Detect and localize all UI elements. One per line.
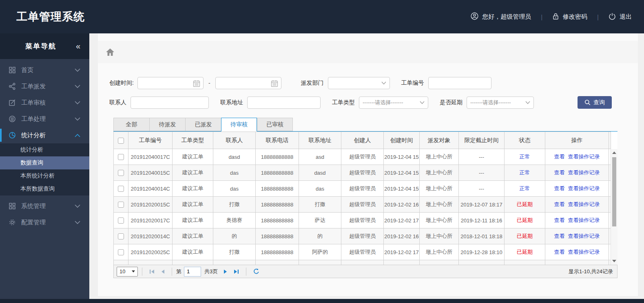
action-link[interactable]: 查看操作记录: [568, 185, 600, 191]
first-page-button[interactable]: [149, 269, 155, 274]
row-checkbox[interactable]: [118, 249, 124, 255]
action-link[interactable]: 查看: [554, 185, 565, 191]
page-size-value: 10: [120, 268, 125, 274]
contact-label: 联系人: [109, 99, 126, 106]
tab-pending-review[interactable]: 待审核: [221, 118, 257, 132]
calendar-icon[interactable]: [193, 80, 200, 87]
search-button[interactable]: 查询: [578, 96, 612, 109]
tab-reviewed[interactable]: 已审核: [257, 118, 293, 131]
order-type-select[interactable]: -------请选择-------: [359, 97, 428, 109]
sidebar-item-home[interactable]: 首页: [0, 62, 89, 78]
table-row: 201912020014C建议工单的18888888888的超级管理员2019-…: [114, 228, 611, 244]
select-all-checkbox[interactable]: [118, 138, 124, 144]
table-row: [114, 260, 611, 265]
cell-contact: 打撒: [213, 244, 256, 260]
action-link[interactable]: 查看操作记录: [568, 201, 600, 207]
action-link[interactable]: 查看: [554, 201, 565, 207]
sidebar-item-process[interactable]: 工单处理: [0, 111, 89, 127]
status-badge: 正常: [520, 154, 530, 160]
cell-order_no: [128, 260, 173, 265]
page-size-select[interactable]: 10: [117, 267, 138, 277]
submenu-item-local-data-query[interactable]: 本所数据查询: [0, 182, 89, 195]
cell-order_type: 建议工单: [173, 149, 213, 165]
table-row: 201912040015C建议工单das18888888888dasd超级管理员…: [114, 165, 611, 181]
row-checkbox[interactable]: [118, 217, 124, 224]
action-link[interactable]: 查看: [554, 169, 565, 176]
cell-phone: 18888888888: [256, 149, 299, 165]
submenu-item-local-statistics[interactable]: 本所统计分析: [0, 169, 89, 182]
app-title: 工单管理系统: [16, 9, 85, 24]
cell-order_no: 201912020025C: [128, 244, 173, 260]
action-link[interactable]: 查看操作记录: [568, 217, 600, 223]
row-checkbox[interactable]: [118, 154, 124, 160]
scrollbar-thumb[interactable]: [612, 157, 616, 226]
row-checkbox[interactable]: [118, 202, 124, 208]
cell-created: 2019-12-04 15: [384, 181, 420, 197]
row-checkbox[interactable]: [118, 233, 124, 239]
cell-actions: 查看查看操作记录: [545, 197, 609, 213]
logout-button[interactable]: 退出: [609, 13, 632, 21]
filter-row-1: 创建时间: - 派发部门 工单编号: [109, 77, 638, 89]
cell-order_type: 建议工单: [173, 228, 213, 244]
table-scrollbar[interactable]: [611, 149, 617, 265]
page-number-input[interactable]: [184, 267, 201, 277]
tab-dispatched[interactable]: 已派发: [185, 118, 221, 131]
sidebar-item-dispatch[interactable]: 工单派发: [0, 78, 89, 94]
pagination-bar: 10 第 共3页 显示1-10,共24记录: [113, 265, 617, 278]
action-link[interactable]: 查看操作记录: [568, 169, 600, 176]
action-link[interactable]: 查看: [554, 249, 565, 255]
next-page-button[interactable]: [224, 269, 228, 274]
chevron-down-icon: [75, 66, 80, 74]
tab-all[interactable]: 全部: [113, 118, 149, 131]
row-checkbox[interactable]: [118, 170, 124, 176]
row-checkbox[interactable]: [118, 186, 124, 192]
sidebar-item-statistics[interactable]: 统计分析: [0, 127, 89, 143]
cell-phone: 18888888888: [256, 197, 299, 213]
prev-page-button[interactable]: [161, 269, 165, 274]
scroll-down-icon[interactable]: [612, 260, 616, 262]
dispatch-dept-select[interactable]: [328, 77, 390, 89]
scroll-up-icon[interactable]: [612, 152, 616, 154]
submenu-item-data-query[interactable]: 数据查询: [0, 156, 89, 169]
home-icon[interactable]: [106, 48, 115, 56]
sidebar-item-config[interactable]: 配置管理: [0, 214, 89, 231]
action-link[interactable]: 查看操作记录: [568, 233, 600, 239]
logout-label: 退出: [620, 13, 632, 21]
cell-order_type: 建议工单: [173, 181, 213, 197]
calendar-icon[interactable]: [271, 80, 278, 87]
cell-creator: 超级管理员: [341, 244, 384, 260]
is-delayed-select[interactable]: -------请选择-------: [467, 97, 534, 109]
action-link[interactable]: 查看操作记录: [568, 154, 600, 160]
action-link[interactable]: 查看: [554, 217, 565, 223]
sidebar-collapse-icon[interactable]: «: [76, 42, 80, 51]
cell-status: [505, 260, 545, 265]
sidebar-item-review[interactable]: 工单审核: [0, 94, 89, 111]
cell-target: 墩上中心所: [420, 197, 459, 213]
cell-contact: 奥德赛: [213, 213, 256, 228]
last-page-button[interactable]: [233, 269, 239, 274]
submenu-item-statistics[interactable]: 统计分析: [0, 143, 89, 156]
share-icon: [9, 83, 16, 90]
table-row: 201912040017C建议工单dasd18888888888asd超级管理员…: [114, 149, 611, 165]
col-header: 联系电话: [256, 132, 299, 149]
greeting-text: 您好，超级管理员: [482, 13, 531, 21]
cell-actions: 查看查看操作记录: [545, 181, 609, 197]
contact-input[interactable]: [131, 97, 209, 109]
action-link[interactable]: 查看: [554, 233, 565, 239]
action-link[interactable]: 查看操作记录: [568, 249, 600, 255]
col-header: 派发对象: [420, 132, 459, 149]
sidebar-item-system[interactable]: 系统管理: [0, 198, 89, 214]
refresh-button[interactable]: [253, 268, 259, 274]
action-link[interactable]: 查看: [554, 154, 565, 160]
order-no-input[interactable]: [428, 77, 491, 89]
user-greeting[interactable]: 您好，超级管理员: [471, 12, 531, 21]
tab-pending-dispatch[interactable]: 待派发: [149, 118, 185, 131]
breadcrumb: [98, 41, 638, 63]
pager-divider: [142, 268, 142, 276]
col-header: 工单类型: [173, 132, 213, 149]
tab-label: 待审核: [230, 121, 248, 128]
change-password-button[interactable]: 修改密码: [552, 13, 587, 21]
col-header: 工单编号: [128, 132, 173, 149]
table-row: 201912020015C建议工单打撒18888888888打撒超级管理员201…: [114, 197, 611, 213]
contact-address-input[interactable]: [247, 97, 321, 109]
